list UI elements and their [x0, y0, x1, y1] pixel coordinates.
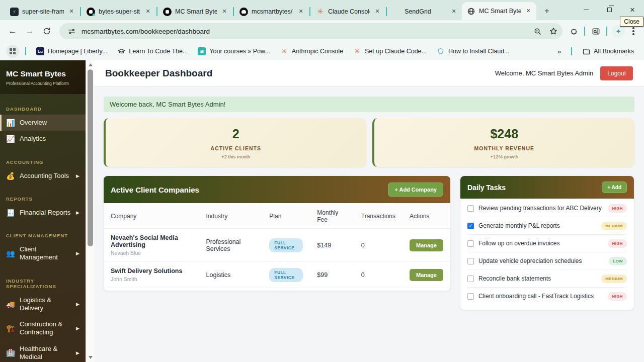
vertical-scrollbar[interactable]: [86, 60, 94, 362]
all-bookmarks-label: All Bookmarks: [594, 48, 634, 55]
zoom-icon[interactable]: [531, 25, 543, 37]
company-industry: Logistics: [199, 262, 263, 288]
sidebar-item-construction-contracting[interactable]: 🏗️ Construction & Contracting ▶: [0, 316, 86, 341]
tab-bytes-super-sit[interactable]: bytes-super-sit ×: [82, 3, 156, 20]
task-checkbox[interactable]: [467, 240, 474, 247]
courses-icon: ▣: [198, 47, 206, 55]
tab-mc-smart-bytes-active[interactable]: MC Smart Byte ×: [462, 2, 536, 20]
sidebar-item-client-management[interactable]: 👥 Client Management ▶: [0, 241, 86, 266]
scrollbar-thumb[interactable]: [88, 69, 93, 246]
close-icon: ×: [630, 6, 635, 14]
manage-button[interactable]: Manage: [410, 269, 443, 281]
sidebar-item-logistics-delivery[interactable]: 🚚 Logistics & Delivery ▶: [0, 292, 86, 317]
bookmark-homepage-liberty[interactable]: Lu Homepage | Liberty...: [32, 45, 111, 57]
add-task-button[interactable]: + Add: [602, 182, 627, 193]
tab-separator: [156, 7, 157, 16]
page-header: Bookkeeper Dashboard Welcome, MC Smart B…: [94, 60, 644, 86]
table-row: Nevaeh's Social Media Advertising Nevaeh…: [104, 229, 450, 262]
bookmarks-separator: [571, 47, 572, 55]
task-checkbox[interactable]: [467, 293, 474, 300]
side-panel-search-icon[interactable]: [590, 25, 602, 37]
task-checkbox[interactable]: [467, 205, 474, 212]
receipt-icon: 🧾: [6, 209, 15, 217]
sidebar-item-analytics[interactable]: 📈 Analytics: [0, 131, 86, 147]
close-icon[interactable]: ×: [450, 8, 458, 16]
all-bookmarks-button[interactable]: All Bookmarks: [578, 45, 638, 57]
task-checkbox[interactable]: [467, 258, 474, 264]
stat-value: $248: [379, 127, 630, 141]
bookmark-label: Learn To Code The...: [129, 48, 188, 55]
section-label-dashboard: DASHBOARD: [0, 103, 86, 115]
task-text: Client onboarding call - FastTrack Logis…: [478, 293, 603, 300]
sidebar-item-financial-reports[interactable]: 🧾 Financial Reports ▶: [0, 205, 86, 221]
bookmark-setup-claude-code[interactable]: ✳ Set up Claude Code...: [349, 45, 431, 57]
bookmark-label: Homepage | Liberty...: [48, 48, 107, 55]
task-checkbox[interactable]: ✓: [467, 223, 474, 229]
sidebar-item-label: Overview: [20, 119, 79, 127]
browser-tab-strip: ⚡ super-site-fram × bytes-super-sit × MC…: [0, 0, 644, 20]
logout-button[interactable]: Logout: [600, 66, 633, 80]
close-icon[interactable]: ×: [67, 8, 75, 16]
extensions-puzzle-icon[interactable]: [568, 25, 580, 37]
scroll-up-arrow[interactable]: [86, 61, 95, 68]
tab-mc-smart-bytes-claude[interactable]: MC Smart Byte ×: [158, 3, 232, 20]
bookmark-label: How to Install Claud...: [448, 48, 510, 55]
company-contact: John Smith: [111, 276, 192, 282]
forward-button[interactable]: →: [22, 24, 37, 39]
table-row: Swift Delivery Solutions John Smith Logi…: [104, 262, 450, 288]
tab-label: mcsmartbytes/: [252, 8, 293, 15]
new-tab-button[interactable]: +: [539, 4, 554, 19]
money-bag-icon: 💰: [6, 172, 15, 180]
tab-github-mcsmartbytes[interactable]: mcsmartbytes/ ×: [234, 3, 309, 20]
task-text: Generate monthly P&L reports: [478, 222, 597, 229]
sidebar-item-accounting-tools[interactable]: 💰 Accounting Tools ▶: [0, 168, 86, 184]
bookmark-learn-to-code[interactable]: Learn To Code The...: [113, 45, 192, 57]
bookmarks-bar: Lu Homepage | Liberty... Learn To Code T…: [0, 42, 644, 60]
scroll-down-arrow[interactable]: [86, 354, 95, 361]
sidebar-item-overview[interactable]: 📊 Overview: [0, 115, 86, 131]
section-label-accounting: ACCOUNTING: [0, 156, 86, 168]
chrome-menu-icon[interactable]: [628, 27, 639, 35]
bookmark-your-courses[interactable]: ▣ Your courses » Pow...: [194, 45, 274, 57]
priority-badge: HIGH: [608, 204, 627, 213]
bookmark-anthropic-console[interactable]: ✳ Anthropic Console: [276, 45, 347, 57]
close-icon[interactable]: ×: [144, 8, 152, 16]
github-icon: [239, 8, 248, 16]
priority-badge: HIGH: [608, 292, 627, 301]
close-icon[interactable]: ×: [524, 7, 532, 15]
folder-icon: [582, 47, 590, 55]
bookmarks-overflow-icon[interactable]: »: [553, 48, 565, 55]
site-info-icon[interactable]: [65, 25, 77, 37]
company-industry: Professional Services: [199, 229, 263, 262]
sidebar-item-healthcare-medical[interactable]: 🏥 Healthcare & Medical ▶: [0, 341, 86, 362]
maximize-button[interactable]: [598, 0, 621, 19]
address-bar[interactable]: mcsmartbytes.com/bookkeeper/dashboard: [59, 23, 562, 39]
manage-button[interactable]: Manage: [410, 239, 443, 251]
panel-title: Active Client Companies: [111, 186, 388, 194]
tab-claude-console[interactable]: ✳ Claude Console ×: [311, 3, 385, 20]
bookmark-how-to-install[interactable]: How to Install Claud...: [433, 45, 514, 57]
tab-separator: [309, 7, 310, 16]
tab-super-site-fram[interactable]: ⚡ super-site-fram ×: [5, 3, 79, 20]
close-tooltip: Close: [620, 17, 643, 27]
plan-badge: FULL SERVICE: [269, 268, 303, 282]
bookmark-star-icon[interactable]: [547, 25, 559, 37]
tab-label: SendGrid: [405, 8, 446, 15]
close-icon[interactable]: ×: [220, 8, 228, 16]
chevron-right-icon: ▶: [76, 326, 79, 331]
task-checkbox[interactable]: [467, 276, 474, 282]
back-button[interactable]: ←: [5, 24, 20, 39]
reload-button[interactable]: [39, 24, 54, 39]
minimize-button[interactable]: [575, 0, 598, 19]
tab-label: MC Smart Byte: [479, 8, 521, 15]
tab-separator: [386, 7, 387, 16]
url-text[interactable]: mcsmartbytes.com/bookkeeper/dashboard: [82, 28, 527, 35]
close-icon[interactable]: ×: [297, 8, 305, 16]
add-company-button[interactable]: + Add Company: [388, 183, 443, 197]
liberty-icon: Lu: [36, 47, 44, 55]
apps-grid-icon[interactable]: [6, 45, 19, 58]
chevron-right-icon: ▶: [76, 210, 79, 215]
stat-card-active-clients: 2 ACTIVE CLIENTS +2 this month: [104, 118, 366, 167]
close-icon[interactable]: ×: [373, 8, 381, 16]
tab-sendgrid[interactable]: SendGrid ×: [387, 3, 462, 20]
